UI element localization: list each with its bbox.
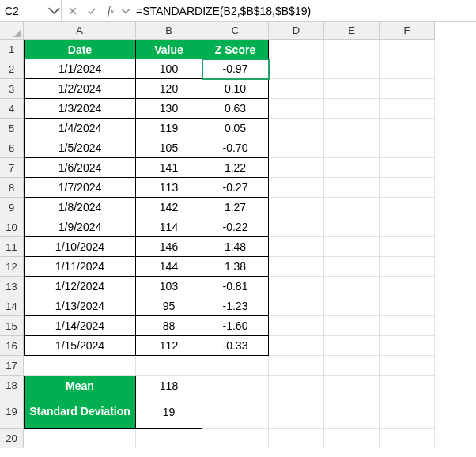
col-header-E[interactable]: E — [324, 22, 380, 40]
cell-empty[interactable] — [269, 119, 324, 138]
cell-empty[interactable] — [380, 59, 435, 79]
cell-empty[interactable] — [269, 429, 324, 448]
cell-empty[interactable] — [324, 178, 380, 198]
row-header-15[interactable]: 15 — [0, 316, 24, 336]
cell-date[interactable]: 1/5/2024 — [24, 138, 136, 158]
cell-empty[interactable] — [380, 356, 435, 376]
cell-empty[interactable] — [324, 316, 380, 336]
col-header-B[interactable]: B — [136, 22, 202, 40]
cell-zscore[interactable]: 1.38 — [202, 257, 269, 277]
cell-zscore[interactable]: 1.27 — [202, 198, 269, 217]
cell-empty[interactable] — [24, 429, 136, 448]
cell-date[interactable]: 1/10/2024 — [24, 237, 136, 257]
cell-value[interactable]: 113 — [136, 178, 202, 198]
select-all-corner[interactable] — [0, 22, 24, 40]
stats-sd-value[interactable]: 19 — [136, 395, 202, 429]
cell-date[interactable]: 1/1/2024 — [24, 59, 136, 79]
row-header-4[interactable]: 4 — [0, 99, 24, 119]
cell-empty[interactable] — [324, 336, 380, 356]
row-header-9[interactable]: 9 — [0, 198, 24, 217]
cell-zscore[interactable]: -0.22 — [202, 217, 269, 237]
row-header-6[interactable]: 6 — [0, 138, 24, 158]
cell-date[interactable]: 1/11/2024 — [24, 257, 136, 277]
col-header-F[interactable]: F — [380, 22, 435, 40]
cell-value[interactable]: 88 — [136, 316, 202, 336]
col-header-D[interactable]: D — [269, 22, 324, 40]
cell-date[interactable]: 1/3/2024 — [24, 99, 136, 119]
stats-mean-value[interactable]: 118 — [136, 376, 202, 395]
cell-date[interactable]: 1/14/2024 — [24, 316, 136, 336]
cell-zscore[interactable]: -0.70 — [202, 138, 269, 158]
cell-value[interactable]: 130 — [136, 99, 202, 119]
cell-empty[interactable] — [380, 217, 435, 237]
cell-value[interactable]: 141 — [136, 158, 202, 178]
table-header-zscore[interactable]: Z Score — [202, 40, 269, 59]
row-header-18[interactable]: 18 — [0, 376, 24, 395]
cell-empty[interactable] — [380, 277, 435, 296]
cell-empty[interactable] — [324, 277, 380, 296]
table-header-value[interactable]: Value — [136, 40, 202, 59]
cell-empty[interactable] — [380, 198, 435, 217]
cell-zscore[interactable]: 0.10 — [202, 79, 269, 99]
cell-zscore[interactable]: -1.60 — [202, 316, 269, 336]
row-header-19[interactable]: 19 — [0, 395, 24, 429]
row-header-16[interactable]: 16 — [0, 336, 24, 356]
cell-empty[interactable] — [269, 99, 324, 119]
stats-sd-label[interactable]: Standard Deviation — [24, 395, 136, 429]
cell-empty[interactable] — [324, 99, 380, 119]
cell-empty[interactable] — [380, 395, 435, 429]
cell-zscore[interactable]: 1.22 — [202, 158, 269, 178]
cell-empty[interactable] — [380, 257, 435, 277]
row-header-14[interactable]: 14 — [0, 296, 24, 316]
cell-empty[interactable] — [269, 198, 324, 217]
cell-value[interactable]: 114 — [136, 217, 202, 237]
cell-zscore[interactable]: 0.63 — [202, 99, 269, 119]
cell-empty[interactable] — [324, 296, 380, 316]
row-header-12[interactable]: 12 — [0, 257, 24, 277]
cell-zscore[interactable]: -0.27 — [202, 178, 269, 198]
cell-empty[interactable] — [269, 237, 324, 257]
fx-icon[interactable]: fx — [101, 0, 120, 21]
cancel-icon[interactable] — [63, 0, 82, 21]
cell-date[interactable]: 1/12/2024 — [24, 277, 136, 296]
cell-empty[interactable] — [380, 296, 435, 316]
cell-empty[interactable] — [269, 138, 324, 158]
cell-empty[interactable] — [380, 138, 435, 158]
cell-value[interactable]: 146 — [136, 237, 202, 257]
row-header-7[interactable]: 7 — [0, 158, 24, 178]
cell-date[interactable]: 1/4/2024 — [24, 119, 136, 138]
cell-empty[interactable] — [324, 356, 380, 376]
cell-empty[interactable] — [269, 59, 324, 79]
cell-empty[interactable] — [269, 277, 324, 296]
cell-empty[interactable] — [269, 395, 324, 429]
cell-empty[interactable] — [269, 296, 324, 316]
cell-value[interactable]: 105 — [136, 138, 202, 158]
cell-empty[interactable] — [380, 316, 435, 336]
cell-empty[interactable] — [324, 79, 380, 99]
cell-empty[interactable] — [324, 257, 380, 277]
row-header-10[interactable]: 10 — [0, 217, 24, 237]
cell-empty[interactable] — [324, 119, 380, 138]
cell-date[interactable]: 1/7/2024 — [24, 178, 136, 198]
cell-E1[interactable] — [324, 40, 380, 59]
cell-date[interactable]: 1/8/2024 — [24, 198, 136, 217]
cell-zscore[interactable]: 0.05 — [202, 119, 269, 138]
cell-empty[interactable] — [324, 217, 380, 237]
cell-empty[interactable] — [269, 158, 324, 178]
cell-D1[interactable] — [269, 40, 324, 59]
cell-value[interactable]: 120 — [136, 79, 202, 99]
cell-empty[interactable] — [24, 356, 136, 376]
cell-date[interactable]: 1/15/2024 — [24, 336, 136, 356]
cell-empty[interactable] — [202, 395, 269, 429]
cell-empty[interactable] — [380, 99, 435, 119]
col-header-C[interactable]: C — [202, 22, 269, 40]
cell-empty[interactable] — [324, 138, 380, 158]
cell-value[interactable]: 144 — [136, 257, 202, 277]
cell-value[interactable]: 119 — [136, 119, 202, 138]
cell-value[interactable]: 142 — [136, 198, 202, 217]
cell-empty[interactable] — [380, 336, 435, 356]
cell-empty[interactable] — [324, 395, 380, 429]
name-box[interactable] — [0, 0, 47, 21]
cell-empty[interactable] — [380, 178, 435, 198]
cell-empty[interactable] — [380, 158, 435, 178]
